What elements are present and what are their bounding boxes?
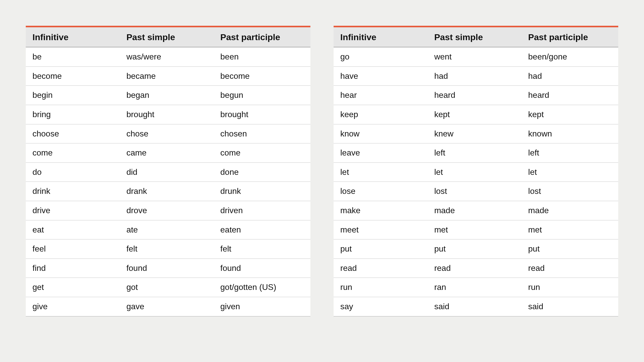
cell-past-simple: became bbox=[120, 67, 214, 86]
cell-past-simple: met bbox=[428, 220, 522, 239]
cell-past-simple: let bbox=[428, 163, 522, 182]
table-header-row: Infinitive Past simple Past participle bbox=[334, 27, 618, 47]
cell-past-simple: left bbox=[428, 143, 522, 162]
cell-past-simple: had bbox=[428, 67, 522, 86]
cell-past-participle: had bbox=[521, 67, 618, 86]
table-row: comecamecome bbox=[26, 143, 310, 163]
table-row: beginbeganbegun bbox=[26, 86, 310, 105]
column-header-infinitive: Infinitive bbox=[334, 27, 428, 47]
table-row: knowknewknown bbox=[334, 124, 618, 144]
page: Infinitive Past simple Past participle b… bbox=[0, 0, 644, 316]
cell-past-simple: drank bbox=[120, 182, 214, 201]
cell-infinitive: read bbox=[334, 259, 428, 278]
cell-infinitive: say bbox=[334, 297, 428, 316]
cell-past-participle: made bbox=[521, 201, 618, 220]
cell-past-simple: chose bbox=[120, 124, 214, 143]
cell-past-participle: put bbox=[521, 239, 618, 258]
table-row: readreadread bbox=[334, 259, 618, 278]
cell-past-participle: been/gone bbox=[521, 47, 618, 66]
table-row: keepkeptkept bbox=[334, 105, 618, 124]
cell-past-simple: read bbox=[428, 259, 522, 278]
cell-past-simple: said bbox=[428, 297, 522, 316]
cell-past-participle: brought bbox=[214, 105, 310, 124]
cell-past-participle: become bbox=[214, 67, 310, 86]
table-row: leaveleftleft bbox=[334, 143, 618, 163]
cell-infinitive: get bbox=[26, 278, 120, 297]
cell-past-simple: kept bbox=[428, 105, 522, 124]
cell-infinitive: run bbox=[334, 278, 428, 297]
table-row: eatateeaten bbox=[26, 220, 310, 240]
cell-past-simple: ran bbox=[428, 278, 522, 297]
cell-past-participle: begun bbox=[214, 86, 310, 105]
cell-past-simple: brought bbox=[120, 105, 214, 124]
table-row: givegavegiven bbox=[26, 297, 310, 316]
cell-infinitive: become bbox=[26, 67, 120, 86]
cell-infinitive: keep bbox=[334, 105, 428, 124]
cell-infinitive: drink bbox=[26, 182, 120, 201]
table-row: bringbroughtbrought bbox=[26, 105, 310, 124]
cell-past-participle: left bbox=[521, 143, 618, 162]
cell-infinitive: do bbox=[26, 163, 120, 182]
table-row: gowentbeen/gone bbox=[334, 47, 618, 67]
cell-infinitive: go bbox=[334, 47, 428, 66]
cell-infinitive: be bbox=[26, 47, 120, 66]
cell-past-simple: knew bbox=[428, 124, 522, 143]
cell-infinitive: feel bbox=[26, 239, 120, 258]
column-header-infinitive: Infinitive bbox=[26, 27, 120, 47]
cell-past-simple: got bbox=[120, 278, 214, 297]
table-row: drinkdrankdrunk bbox=[26, 182, 310, 201]
cell-infinitive: hear bbox=[334, 86, 428, 105]
cell-past-simple: began bbox=[120, 86, 214, 105]
table-row: putputput bbox=[334, 239, 618, 259]
cell-infinitive: find bbox=[26, 259, 120, 278]
verb-table-right: Infinitive Past simple Past participle g… bbox=[334, 26, 618, 316]
table-row: bewas/werebeen bbox=[26, 47, 310, 67]
cell-past-participle: done bbox=[214, 163, 310, 182]
cell-past-simple: went bbox=[428, 47, 522, 66]
cell-infinitive: know bbox=[334, 124, 428, 143]
table-row: drivedrovedriven bbox=[26, 201, 310, 220]
cell-infinitive: drive bbox=[26, 201, 120, 220]
cell-past-participle: come bbox=[214, 143, 310, 162]
cell-past-simple: did bbox=[120, 163, 214, 182]
cell-infinitive: eat bbox=[26, 220, 120, 239]
table-row: havehadhad bbox=[334, 67, 618, 86]
verb-table-left: Infinitive Past simple Past participle b… bbox=[26, 26, 310, 316]
table-header-row: Infinitive Past simple Past participle bbox=[26, 27, 310, 47]
column-header-past-simple: Past simple bbox=[428, 27, 522, 47]
cell-past-simple: put bbox=[428, 239, 522, 258]
cell-past-simple: came bbox=[120, 143, 214, 162]
table-row: runranrun bbox=[334, 278, 618, 297]
cell-past-participle: met bbox=[521, 220, 618, 239]
cell-infinitive: put bbox=[334, 239, 428, 258]
cell-infinitive: meet bbox=[334, 220, 428, 239]
cell-past-simple: was/were bbox=[120, 47, 214, 66]
cell-past-simple: heard bbox=[428, 86, 522, 105]
cell-past-participle: known bbox=[521, 124, 618, 143]
cell-past-participle: been bbox=[214, 47, 310, 66]
cell-past-participle: said bbox=[521, 297, 618, 316]
cell-past-simple: made bbox=[428, 201, 522, 220]
table-row: feelfeltfelt bbox=[26, 239, 310, 259]
cell-past-simple: ate bbox=[120, 220, 214, 239]
cell-infinitive: choose bbox=[26, 124, 120, 143]
cell-infinitive: lose bbox=[334, 182, 428, 201]
cell-infinitive: let bbox=[334, 163, 428, 182]
cell-past-participle: drunk bbox=[214, 182, 310, 201]
cell-past-simple: drove bbox=[120, 201, 214, 220]
cell-past-participle: got/gotten (US) bbox=[214, 278, 310, 297]
cell-past-participle: read bbox=[521, 259, 618, 278]
cell-past-participle: heard bbox=[521, 86, 618, 105]
table-row: becomebecamebecome bbox=[26, 67, 310, 86]
cell-past-participle: chosen bbox=[214, 124, 310, 143]
cell-infinitive: give bbox=[26, 297, 120, 316]
cell-past-participle: given bbox=[214, 297, 310, 316]
cell-infinitive: have bbox=[334, 67, 428, 86]
cell-past-participle: lost bbox=[521, 182, 618, 201]
cell-past-simple: found bbox=[120, 259, 214, 278]
cell-infinitive: leave bbox=[334, 143, 428, 162]
table-row: choosechosechosen bbox=[26, 124, 310, 144]
table-row: letletlet bbox=[334, 163, 618, 182]
table-row: makemademade bbox=[334, 201, 618, 220]
cell-past-simple: felt bbox=[120, 239, 214, 258]
